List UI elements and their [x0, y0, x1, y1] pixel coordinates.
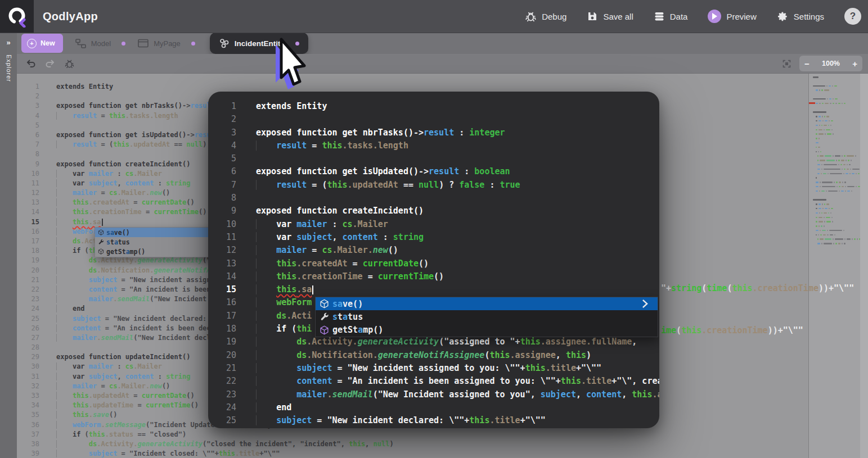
code-line: 26 content = "An incident is been declar… [208, 427, 659, 428]
code-line: 20 ds.Notification.generateNotifAssignee… [208, 349, 659, 362]
autocomplete-label: status [106, 238, 130, 246]
settings-label: Settings [794, 12, 824, 21]
zoom-level: 100% [822, 60, 840, 67]
code-line: 15 this.sa [208, 283, 659, 296]
autocomplete-label: status [332, 312, 363, 322]
debug-label: Debug [542, 12, 566, 21]
tab-label: Model [91, 39, 111, 48]
code-line: 2 [208, 113, 659, 126]
redo-icon [45, 59, 55, 68]
database-icon [654, 11, 665, 22]
code-line: 22 content = "An incident is been assign… [208, 375, 659, 388]
code-fragment: "+string(time(this.creationTime))+"\"" [661, 283, 854, 293]
data-button[interactable]: Data [654, 11, 688, 22]
minimap[interactable] [809, 73, 868, 458]
entity-icon [219, 38, 230, 48]
code-line: 14 this.creationTime = currentTime() [208, 270, 659, 283]
qodly-studio-window: QodlyApp Debug Save all [0, 0, 868, 458]
minimap-code [813, 76, 862, 247]
autocomplete-label: save() [332, 299, 363, 309]
code-line: 7 result = (this.updatedAt == null) ? fa… [208, 179, 659, 192]
cube-icon-purple [95, 248, 106, 255]
model-icon [75, 39, 86, 48]
explorer-expand-button[interactable]: » [0, 38, 17, 47]
tab-bar: + New Model MyPage IncidentEntity [17, 33, 868, 54]
explorer-strip: » Explorer [0, 33, 17, 458]
code-line: 24 end [208, 401, 659, 414]
cube-icon [316, 299, 332, 309]
code-line: 10 var mailer : cs.Mailer [208, 218, 659, 231]
code-line: 37 if (this.status == "closed") [17, 430, 808, 439]
modified-dot [191, 42, 195, 46]
play-icon [708, 10, 721, 23]
autocomplete-label: save() [106, 229, 130, 237]
settings-button[interactable]: Settings [777, 11, 824, 22]
preview-label: Preview [726, 12, 756, 21]
code-line: 9exposed function createIncident() [208, 205, 659, 217]
minimap-error-marker [809, 102, 815, 104]
redo-button[interactable] [45, 59, 55, 68]
bug-outline-icon [64, 58, 75, 69]
autocomplete-item[interactable]: status [316, 310, 658, 323]
cube-icon [95, 229, 106, 235]
gear-icon [777, 11, 789, 22]
code-line: 39 subject = "Incident closed: \""+this.… [17, 449, 808, 458]
fit-screen-button[interactable] [782, 59, 791, 69]
code-line: 13 this.createdAt = currentDate() [208, 257, 659, 270]
qodly-logo[interactable] [0, 0, 34, 33]
qodly-logo-icon [6, 5, 28, 28]
help-button[interactable]: ? [844, 8, 861, 25]
cube-icon-purple [316, 325, 332, 335]
zoom-out-button[interactable]: − [804, 59, 809, 69]
explorer-label: Explorer [5, 55, 12, 82]
autocomplete-popup[interactable]: save()statusgetStamp() [315, 297, 658, 337]
zoom-in-button[interactable]: + [852, 59, 857, 69]
tab-label: MyPage [154, 39, 181, 48]
tab-mypage[interactable]: MyPage [138, 39, 195, 48]
code-line: 25 subject = "New incident declared: \""… [208, 414, 659, 427]
code-zoom-panel[interactable]: 1extends Entity23exposed function get nb… [208, 92, 659, 428]
wrench-icon [316, 312, 332, 321]
data-label: Data [670, 12, 688, 21]
tab-model[interactable]: Model [75, 39, 125, 48]
mouse-cursor [254, 34, 313, 94]
code-fragment: ime(this.creationTime))+"\"" [661, 325, 803, 335]
code-line: 21 subject = "New incident assigned to y… [208, 362, 659, 375]
save-all-button[interactable]: Save all [587, 11, 633, 22]
topbar-actions: Debug Save all Data [525, 0, 861, 33]
new-label: New [41, 39, 55, 47]
undo-icon [26, 59, 36, 68]
autocomplete-item[interactable]: save() [316, 297, 658, 310]
editor-toolbar: − 100% + [17, 54, 868, 74]
page-icon [138, 39, 149, 48]
code-line: 38 ds.Activity.generateActivity("closed … [17, 439, 808, 449]
code-line: 12 mailer = cs.Mailer.new() [208, 244, 659, 257]
save-icon [587, 11, 598, 22]
autocomplete-label: getStamp() [332, 325, 383, 335]
debug-button[interactable]: Debug [525, 11, 566, 22]
code-line: 1extends Entity [17, 82, 808, 92]
app-title: QodlyApp [43, 0, 98, 33]
bug-icon [525, 11, 537, 22]
code-line: 1extends Entity [208, 100, 659, 113]
undo-button[interactable] [26, 59, 36, 68]
modified-dot [122, 42, 125, 46]
top-bar: QodlyApp Debug Save all [0, 0, 868, 33]
code-line: 4 result = this.tasks.length [208, 139, 659, 152]
zoom-control: − 100% + [799, 56, 862, 71]
code-line: 5 [208, 152, 659, 165]
wrench-icon [95, 239, 106, 245]
code-line: 6exposed function get isUpdated()->resul… [208, 165, 659, 178]
chevron-right-icon [640, 299, 658, 309]
plus-icon: + [27, 39, 37, 48]
preview-button[interactable]: Preview [708, 10, 756, 23]
autocomplete-label: getStamp() [106, 248, 145, 256]
code-line: 23 mailer.sendMail("New Incident assigne… [208, 388, 659, 401]
code-lines: 1extends Entity23exposed function get nb… [208, 100, 659, 428]
new-tab-button[interactable]: + New [21, 34, 63, 53]
autocomplete-item[interactable]: getStamp() [316, 324, 658, 337]
save-all-label: Save all [603, 12, 633, 21]
minimap-scrollbar[interactable] [860, 73, 868, 458]
code-line: 11 var subject, content : string [208, 231, 659, 244]
debug-code-button[interactable] [64, 58, 75, 69]
